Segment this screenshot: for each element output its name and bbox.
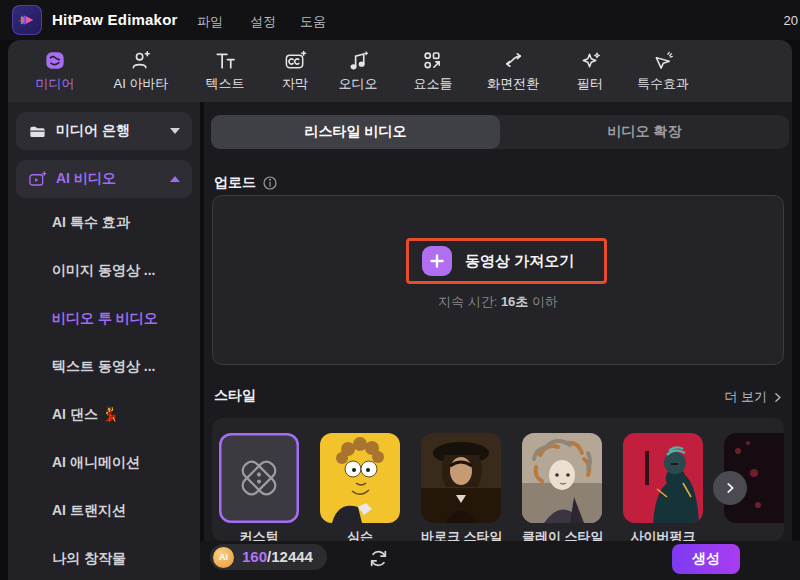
- menu-help[interactable]: 도움: [300, 13, 326, 31]
- duration-hint: 지속 시간: 16초 이하: [213, 293, 783, 311]
- style-thumb-baroque[interactable]: [421, 433, 501, 523]
- credits-used: 160: [242, 548, 267, 565]
- tab-audio[interactable]: 오디오: [339, 49, 378, 93]
- sidebar-item-text-to-video[interactable]: 텍스트 동영상 ...: [52, 356, 155, 376]
- style-label-clay: 클레이 스타일: [522, 528, 602, 541]
- tab-elements-label: 요소들: [414, 75, 453, 93]
- tab-subtitles-label: 자막: [282, 75, 308, 93]
- tab-effects-label: 특수효과: [637, 75, 689, 93]
- tab-ai-avatar-label: AI 아바타: [114, 75, 169, 93]
- filter-icon: [579, 49, 602, 72]
- upload-header: 업로드: [214, 174, 278, 192]
- effects-icon: [652, 49, 675, 72]
- media-icon: [44, 49, 67, 72]
- tab-media-label: 미디어: [36, 75, 75, 93]
- credits-pill[interactable]: AI 160/12444: [210, 544, 327, 570]
- style-thumb-custom[interactable]: [219, 433, 299, 523]
- more-styles-link[interactable]: 더 보기: [724, 388, 784, 406]
- tab-text-label: 텍스트: [206, 75, 245, 93]
- folder-icon: [28, 122, 47, 141]
- upload-title: 업로드: [214, 174, 256, 192]
- titlebar-clock: 20: [784, 13, 798, 28]
- refresh-icon[interactable]: [368, 548, 389, 569]
- style-thumb-clay[interactable]: [522, 433, 602, 523]
- style-label-custom: 커스텀: [219, 528, 299, 541]
- tab-filter[interactable]: 필터: [577, 49, 603, 93]
- credits-total: /12444: [267, 548, 313, 565]
- sidebar-item-ai-special-effects[interactable]: AI 특수 효과: [52, 212, 130, 232]
- footer-bar: AI 160/12444 생성: [200, 541, 800, 580]
- tab-subtitles[interactable]: 자막: [282, 49, 308, 93]
- baroque-art: [421, 433, 501, 523]
- bandage-icon: [219, 433, 299, 523]
- style-thumb-simpson[interactable]: [320, 433, 400, 523]
- tab-video-extend[interactable]: 비디오 확장: [500, 115, 789, 149]
- tab-filter-label: 필터: [577, 75, 603, 93]
- sidebar: 미디어 은행 AI 비디오 AI 특수 효과 이미지 동영상 ... 비디오 투…: [8, 102, 200, 580]
- tab-media[interactable]: 미디어: [36, 49, 75, 93]
- style-thumb-cyberpunk[interactable]: [623, 433, 703, 523]
- upload-dropzone[interactable]: 동영상 가져오기 지속 시간: 16초 이하: [212, 195, 784, 365]
- elements-icon: [422, 49, 445, 72]
- feature-toolbar: 미디어 AI 아바타 텍스트 자막: [8, 40, 792, 102]
- mode-tabs: 리스타일 비디오 비디오 확장: [211, 115, 789, 149]
- app-title: HitPaw Edimakor: [52, 11, 178, 28]
- sidebar-item-my-creations[interactable]: 나의 창작물: [52, 548, 126, 568]
- tab-restyle-video[interactable]: 리스타일 비디오: [211, 115, 500, 149]
- main-panel: 리스타일 비디오 비디오 확장 업로드 동영상 가져오기 지속 시간: 16초 …: [204, 102, 792, 541]
- titlebar: HitPaw Edimakor 파일 설정 도움 20: [0, 0, 800, 40]
- next-styles-button[interactable]: [713, 471, 747, 505]
- sidebar-group-ai-video-label: AI 비디오: [56, 170, 116, 188]
- more-styles-label: 더 보기: [724, 388, 767, 406]
- tab-effects[interactable]: 특수효과: [637, 49, 689, 93]
- cyberpunk-art: [623, 433, 703, 523]
- sidebar-item-ai-animation[interactable]: AI 애니메이션: [52, 452, 140, 472]
- duration-value: 16초: [501, 294, 528, 309]
- transition-icon: [502, 49, 525, 72]
- clay-doll-art: [522, 433, 602, 523]
- tab-text[interactable]: 텍스트: [206, 49, 245, 93]
- chevron-right-icon: [771, 391, 784, 404]
- import-video-button[interactable]: 동영상 가져오기: [406, 238, 607, 284]
- subtitles-icon: [284, 49, 307, 72]
- sidebar-item-ai-dance[interactable]: AI 댄스 💃: [52, 404, 119, 424]
- style-label-baroque: 바로크 스타일: [421, 528, 501, 541]
- style-label-simpson: 심슨: [320, 528, 400, 541]
- ai-credit-icon: AI: [213, 547, 234, 568]
- menu-file[interactable]: 파일: [197, 13, 223, 31]
- tab-transition-label: 화면전환: [487, 75, 539, 93]
- app-logo-icon: [12, 5, 42, 35]
- ai-avatar-icon: [130, 49, 153, 72]
- tab-ai-avatar[interactable]: AI 아바타: [114, 49, 169, 93]
- sidebar-item-ai-transition[interactable]: AI 트랜지션: [52, 500, 126, 520]
- style-label-cyberpunk: 사이버펑크: [623, 528, 703, 541]
- styles-header: 스타일: [214, 387, 256, 405]
- chevron-up-icon: [170, 176, 180, 182]
- menu-settings[interactable]: 설정: [250, 13, 276, 31]
- simpson-art: [320, 433, 400, 523]
- tab-transition[interactable]: 화면전환: [487, 49, 539, 93]
- audio-icon: [347, 49, 370, 72]
- tab-elements[interactable]: 요소들: [414, 49, 453, 93]
- text-icon: [214, 49, 237, 72]
- app-window: HitPaw Edimakor 파일 설정 도움 20 미디어 AI 아바타: [0, 0, 800, 580]
- info-icon[interactable]: [262, 175, 278, 191]
- generate-button[interactable]: 생성: [672, 544, 740, 574]
- tab-audio-label: 오디오: [339, 75, 378, 93]
- sidebar-group-media-bank[interactable]: 미디어 은행: [16, 112, 192, 150]
- styles-strip: 커스텀 심슨 바로크 스타일 클레이 스타일 사이버펑크: [212, 418, 784, 541]
- chevron-right-icon: [723, 481, 737, 495]
- plus-icon: [422, 246, 452, 276]
- sidebar-item-video-to-video[interactable]: 비디오 투 비디오: [52, 308, 158, 328]
- sidebar-group-media-bank-label: 미디어 은행: [56, 122, 130, 140]
- import-video-label: 동영상 가져오기: [465, 252, 574, 271]
- sidebar-item-image-to-video[interactable]: 이미지 동영상 ...: [52, 260, 155, 280]
- video-plus-icon: [28, 170, 47, 189]
- sidebar-group-ai-video[interactable]: AI 비디오: [16, 160, 192, 198]
- chevron-down-icon: [170, 128, 180, 134]
